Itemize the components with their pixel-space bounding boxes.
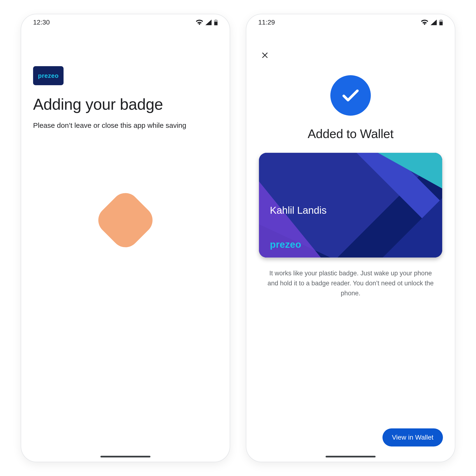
view-in-wallet-button[interactable]: View in Wallet: [382, 428, 443, 446]
page-title: Adding your badge: [33, 95, 218, 113]
phone-added-to-wallet: 11:29 Added to Wallet: [246, 14, 455, 462]
signal-icon: [205, 19, 212, 25]
brand-badge-label: prezeo: [38, 72, 59, 80]
phone-adding-badge: 12:30 prezeo Adding your badge Please do…: [21, 14, 230, 462]
page-title: Added to Wallet: [308, 127, 394, 141]
wifi-icon: [421, 19, 428, 25]
wallet-card[interactable]: Kahlil Landis prezeo: [259, 153, 442, 257]
battery-icon: [214, 19, 218, 25]
status-time: 12:30: [33, 18, 50, 26]
status-bar: 11:29: [246, 14, 455, 31]
close-icon: [261, 51, 269, 59]
success-check-icon: [330, 75, 371, 116]
page-subtitle: Please don’t leave or close this app whi…: [33, 120, 218, 130]
battery-icon: [439, 19, 443, 25]
wallet-description: It works like your plastic badge. Just w…: [265, 269, 436, 298]
status-icons: [421, 19, 443, 25]
wifi-icon: [196, 19, 203, 25]
close-button[interactable]: [260, 50, 270, 60]
loading-spinner-icon: [93, 187, 158, 253]
gesture-nav-pill[interactable]: [101, 456, 151, 458]
status-bar: 12:30: [21, 14, 230, 31]
status-time: 11:29: [258, 18, 275, 26]
card-holder-name: Kahlil Landis: [270, 205, 326, 216]
gesture-nav-pill[interactable]: [325, 456, 375, 458]
signal-icon: [430, 19, 437, 25]
status-icons: [196, 19, 218, 25]
card-brand-label: prezeo: [270, 239, 301, 250]
brand-badge: prezeo: [33, 66, 64, 85]
